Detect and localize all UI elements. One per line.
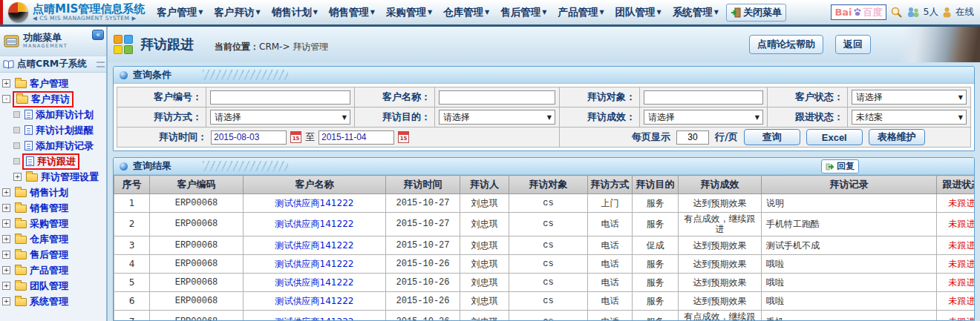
topbar-menu-label: 客户拜访 <box>214 6 254 19</box>
table-row[interactable]: 3ERP00068测试供应商1412222015-10-27刘忠琪cs电话促成达… <box>114 236 975 254</box>
tree-item[interactable]: +系统管理 <box>2 294 105 309</box>
tree-item[interactable]: +客户管理 <box>2 76 105 91</box>
tree-item-label: 添加拜访记录 <box>36 139 94 153</box>
tree-item-inner: 售后管理 <box>13 248 71 262</box>
table-row[interactable]: 6ERP00068测试供应商1412222015-10-26刘忠琪cs电话服务达… <box>114 291 975 310</box>
visit-effect-label: 拜访成效： <box>560 107 640 128</box>
subsystem-bar[interactable]: 点晴CRM子系统 <box>0 56 106 73</box>
expand-node-icon[interactable]: + <box>2 204 10 212</box>
chevron-down-icon: ▼ <box>342 114 347 121</box>
tree-item[interactable]: 添加拜访计划 <box>2 107 105 122</box>
table-maintain-button[interactable]: 表格维护 <box>869 129 925 145</box>
customer-status-select[interactable]: 请选择 ▼ <box>852 90 967 105</box>
search-icon[interactable] <box>890 6 903 19</box>
tree-item[interactable]: +拜访管理设置 <box>2 169 105 185</box>
visit-effect-select[interactable]: 请选择 ▼ <box>644 110 763 125</box>
tree-item[interactable]: -客户拜访 <box>2 91 105 107</box>
topbar-menu[interactable]: 仓库管理▼ <box>443 6 489 19</box>
topbar-menu[interactable]: 系统管理▼ <box>673 6 719 19</box>
expand-node-icon[interactable]: + <box>2 251 10 259</box>
reply-button[interactable]: 回复 <box>821 159 859 173</box>
follow-status-cell: 未跟进 <box>937 254 975 273</box>
highlight-box: 拜访跟进 <box>22 153 79 170</box>
tree-item[interactable]: 添加拜访记录 <box>2 138 105 153</box>
splitter-grip-icon[interactable] <box>97 62 105 67</box>
customer-no-input[interactable] <box>210 90 350 105</box>
tree-item-label: 拜访管理设置 <box>41 171 99 184</box>
close-menu-button[interactable]: 关闭菜单 <box>726 4 786 21</box>
back-button[interactable]: 返回 <box>835 35 871 54</box>
tree-item-inner: 销售计划 <box>13 185 71 200</box>
topbar-menu[interactable]: 客户拜访▼ <box>214 6 260 19</box>
topbar-menu[interactable]: 售后管理▼ <box>500 6 546 19</box>
tree-item[interactable]: +售后管理 <box>2 247 105 262</box>
date-to-input[interactable] <box>318 130 394 145</box>
expand-node-icon[interactable]: + <box>2 235 10 243</box>
customer-name-link[interactable]: 测试供应商141222 <box>244 254 386 273</box>
results-panel-title: 查询结果 <box>133 159 172 173</box>
table-row[interactable]: 2ERP00068测试供应商1412222015-10-27刘忠琪cs电话服务有… <box>114 213 975 236</box>
forum-help-button[interactable]: 点晴论坛帮助 <box>749 35 823 54</box>
expand-node-icon[interactable]: + <box>2 266 10 274</box>
tree-item-inner: 采购管理 <box>13 216 71 231</box>
results-header-row: 序号客户编码客户名称拜访时间拜访人拜访对象拜访方式拜访目的拜访成效拜访记录跟进状… <box>114 176 975 194</box>
table-row[interactable]: 5ERP00068测试供应商1412222015-10-26刘忠琪cs电话服务达… <box>114 273 975 291</box>
date-from-input[interactable] <box>211 130 287 145</box>
visit-method-select[interactable]: 请选择 ▼ <box>210 110 350 125</box>
expand-node-icon[interactable]: + <box>2 297 10 305</box>
tree-item[interactable]: +产品管理 <box>2 262 105 278</box>
tree-item-label: 销售管理 <box>30 202 68 215</box>
baidu-logo[interactable]: Bai 百度 <box>831 4 886 20</box>
expand-node-icon[interactable]: + <box>2 282 10 290</box>
topbar-menu-label: 产品管理 <box>558 6 598 19</box>
tree-item[interactable]: +团队管理 <box>2 278 105 294</box>
topbar-menu[interactable]: 采购管理▼ <box>386 6 432 19</box>
chevron-down-icon: ▼ <box>599 9 604 16</box>
table-row[interactable]: 1ERP00068测试供应商1412222015-10-27刘忠琪cs上门服务达… <box>114 194 975 213</box>
topbar-menu[interactable]: 客户管理▼ <box>157 6 203 19</box>
table-row[interactable]: 7ERP00068测试供应商1412222015-10-26刘忠琪cs电话服务有… <box>114 310 975 320</box>
tree-item[interactable]: +仓库管理 <box>2 231 105 247</box>
tree-item[interactable]: +销售管理 <box>2 200 105 216</box>
customer-name-link[interactable]: 测试供应商141222 <box>244 194 386 213</box>
tree-item[interactable]: 拜访跟进 <box>2 153 105 169</box>
visit-purpose-select[interactable]: 请选择 ▼ <box>439 110 555 125</box>
customer-name-link[interactable]: 测试供应商141222 <box>244 291 386 310</box>
sidebar-collapse-button[interactable]: « <box>92 30 104 40</box>
handshake-banner-image <box>880 27 980 62</box>
topbar-menu[interactable]: 销售管理▼ <box>329 6 375 19</box>
folder-icon <box>15 205 27 213</box>
chevron-down-icon: ▼ <box>370 9 375 16</box>
table-cell: 服务 <box>633 291 679 310</box>
follow-status-select[interactable]: 未结案 ▼ <box>852 110 967 125</box>
collapse-node-icon[interactable]: - <box>2 95 10 103</box>
excel-button[interactable]: Excel <box>806 129 863 145</box>
page-size-input[interactable] <box>676 130 709 145</box>
table-row[interactable]: 4ERP00068测试供应商1412222015-10-26刘忠琪cs电话服务达… <box>114 254 975 273</box>
chevron-down-icon: ▼ <box>485 9 489 16</box>
table-cell: 测试手机不成 <box>762 236 937 254</box>
calendar-icon[interactable]: 15 <box>290 131 301 143</box>
visit-target-input[interactable] <box>644 90 763 105</box>
expand-node-icon[interactable]: + <box>2 219 10 228</box>
customer-name-link[interactable]: 测试供应商141222 <box>244 310 386 320</box>
tree-item[interactable]: +采购管理 <box>2 216 105 231</box>
expand-node-icon[interactable]: + <box>2 188 10 196</box>
search-button[interactable]: 查询 <box>744 129 800 145</box>
customer-name-link[interactable]: 测试供应商141222 <box>244 273 386 291</box>
customer-name-link[interactable]: 测试供应商141222 <box>244 213 386 236</box>
customer-name-link[interactable]: 测试供应商141222 <box>244 236 386 254</box>
column-header: 拜访对象 <box>509 176 588 194</box>
tree-item[interactable]: +销售计划 <box>2 185 105 200</box>
topbar-menu[interactable]: 销售计划▼ <box>272 6 318 19</box>
topbar-menu[interactable]: 产品管理▼ <box>558 6 604 19</box>
reply-arrow-icon <box>826 162 834 171</box>
topbar-menu[interactable]: 团队管理▼ <box>615 6 662 19</box>
expand-node-icon[interactable]: + <box>2 79 10 87</box>
expand-node-icon[interactable]: + <box>13 173 22 181</box>
calendar-icon[interactable]: 15 <box>398 131 409 143</box>
tree-junction-icon <box>13 111 20 118</box>
tree-item[interactable]: 拜访计划提醒 <box>2 122 105 138</box>
tree-junction-icon <box>13 142 20 149</box>
customer-name-input[interactable] <box>439 90 555 105</box>
